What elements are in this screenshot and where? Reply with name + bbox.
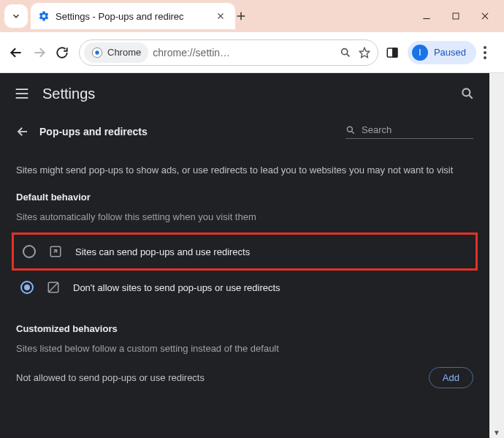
omnibox[interactable]: Chrome chrome://settin… [79, 39, 378, 66]
zoom-button[interactable] [340, 47, 354, 58]
svg-point-12 [342, 48, 348, 54]
close-icon [480, 11, 490, 21]
svg-point-18 [484, 51, 486, 54]
svg-marker-14 [359, 48, 369, 57]
window-tab-strip: Settings - Pop-ups and redirec [0, 0, 504, 32]
arrow-right-icon [32, 45, 47, 60]
settings-header: Settings [0, 73, 489, 114]
svg-point-11 [95, 50, 99, 54]
settings-title: Settings [42, 86, 95, 102]
tab-list-dropdown[interactable] [4, 4, 28, 28]
option-allow-row[interactable]: Sites can send pop-ups and use redirects [12, 233, 478, 271]
panel-icon [386, 46, 399, 59]
popup-allow-icon [49, 245, 62, 258]
search-icon [460, 86, 475, 101]
page-search-input[interactable]: Search [345, 124, 473, 139]
svg-point-26 [347, 127, 352, 132]
forward-button[interactable] [32, 45, 48, 60]
maximize-icon [451, 12, 460, 20]
option-allow-label: Sites can send pop-ups and use redirects [75, 246, 250, 257]
site-chip-label: Chrome [107, 47, 141, 58]
svg-point-19 [484, 56, 486, 59]
browser-menu-button[interactable] [484, 46, 495, 59]
option-block-row[interactable]: Don't allow sites to send pop-ups or use… [16, 271, 473, 304]
profile-paused-chip[interactable]: I Paused [408, 41, 476, 64]
default-behavior-sub: Sites automatically follow this setting … [16, 211, 473, 222]
popup-block-icon [47, 281, 60, 294]
default-behavior-title: Default behavior [16, 192, 473, 203]
site-chip[interactable]: Chrome [84, 42, 148, 63]
chevron-down-icon [11, 11, 21, 21]
page-back-button[interactable] [16, 125, 29, 138]
page-title: Pop-ups and redirects [39, 126, 148, 137]
arrow-left-icon [9, 45, 23, 60]
tab-title: Settings - Pop-ups and redirec [56, 11, 210, 22]
menu-button[interactable] [15, 88, 29, 99]
svg-line-30 [48, 282, 58, 292]
arrow-left-icon [16, 125, 29, 138]
plus-icon [235, 10, 247, 22]
search-icon [345, 125, 356, 135]
scroll-down-icon: ▼ [493, 428, 500, 438]
page-search-placeholder: Search [362, 124, 392, 135]
side-panel-button[interactable] [386, 46, 400, 59]
hamburger-icon [15, 88, 29, 99]
page-intro: Sites might send pop-ups to show ads, or… [16, 164, 473, 177]
reload-button[interactable] [56, 46, 72, 59]
new-tab-button[interactable] [235, 10, 256, 22]
settings-page: Settings Pop-ups and redirects Search Si… [0, 73, 489, 438]
radio-allow[interactable] [23, 245, 36, 258]
close-icon [216, 12, 225, 20]
svg-line-13 [347, 53, 350, 56]
url-text: chrome://settin… [153, 47, 335, 58]
settings-search-button[interactable] [460, 86, 475, 101]
minimize-button[interactable] [419, 9, 434, 23]
add-button[interactable]: Add [429, 367, 473, 388]
kebab-icon [484, 46, 486, 59]
bookmark-button[interactable] [359, 47, 373, 58]
browser-tab[interactable]: Settings - Pop-ups and redirec [31, 3, 235, 29]
custom-behaviors-title: Customized behaviors [16, 323, 473, 334]
chrome-logo-icon [91, 47, 103, 58]
close-window-button[interactable] [478, 9, 492, 23]
radio-block[interactable] [20, 281, 34, 294]
svg-point-23 [462, 88, 470, 96]
window-controls [419, 9, 500, 23]
minimize-icon [421, 11, 432, 21]
vertical-scrollbar[interactable]: ▼ [489, 73, 504, 438]
gear-icon [38, 10, 50, 22]
option-block-label: Don't allow sites to send pop-ups or use… [73, 282, 280, 293]
custom-behaviors-sub: Sites listed below follow a custom setti… [16, 343, 473, 354]
svg-rect-16 [393, 48, 397, 57]
svg-point-17 [484, 46, 486, 49]
maximize-button[interactable] [448, 9, 463, 23]
profile-avatar: I [412, 45, 428, 61]
svg-line-27 [351, 131, 354, 133]
reload-icon [56, 46, 69, 59]
svg-line-24 [469, 95, 473, 99]
browser-toolbar: Chrome chrome://settin… I Paused [0, 32, 504, 73]
star-icon [359, 47, 370, 58]
search-icon [340, 47, 351, 58]
not-allowed-label: Not allowed to send pop-ups or use redir… [16, 372, 205, 383]
tab-close-button[interactable] [216, 12, 228, 20]
back-button[interactable] [9, 45, 25, 60]
page-header-row: Pop-ups and redirects Search [16, 114, 473, 149]
profile-paused-label: Paused [434, 47, 466, 58]
svg-rect-5 [453, 13, 459, 19]
